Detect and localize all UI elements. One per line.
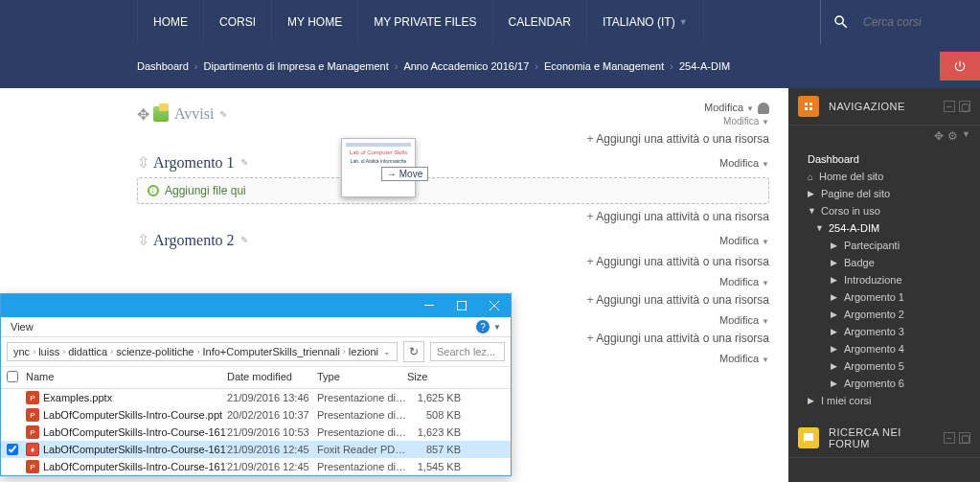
- block-collapse-icon[interactable]: −: [944, 432, 955, 444]
- path-seg[interactable]: luiss: [38, 346, 59, 357]
- col-name[interactable]: Name: [26, 371, 227, 384]
- nav-search[interactable]: [820, 0, 980, 44]
- col-type[interactable]: Type: [317, 371, 407, 384]
- chevron-down-icon: ▼: [679, 17, 688, 27]
- file-row[interactable]: PLabOfComputerSkills-Intro-Course-1617 -…: [1, 424, 511, 441]
- section-topic1: ⇳ Argomento 1 ✎ Modifica ▼ Aggiungi file…: [137, 153, 769, 223]
- tree-arg6-label: Argomento 6: [844, 378, 904, 389]
- modify-general[interactable]: Modifica ▼: [704, 102, 769, 114]
- help-icon[interactable]: ?: [476, 320, 490, 333]
- edit-icon[interactable]: ✎: [240, 235, 248, 245]
- add-activity-topic1[interactable]: Aggiungi una attività o una risorsa: [137, 210, 769, 223]
- tree-mycourses[interactable]: ▶I miei corsi: [788, 392, 980, 409]
- tree-home[interactable]: ⌂Home del sito: [788, 168, 980, 185]
- nav-myhome[interactable]: MY HOME: [272, 0, 358, 44]
- edit-icon[interactable]: ✎: [219, 109, 227, 120]
- refresh-button[interactable]: ↻: [403, 341, 424, 362]
- select-all-checkbox[interactable]: [7, 371, 18, 382]
- file-checkbox[interactable]: [7, 444, 18, 455]
- chevron-right-icon: ▶: [808, 189, 815, 198]
- tree-course-code[interactable]: ▼254-A-DIM: [788, 219, 980, 237]
- search-input[interactable]: [863, 15, 969, 29]
- modify-topic3[interactable]: Modifica ▼: [719, 276, 769, 287]
- file-row[interactable]: PLabOfComputerSkills-Intro-Course.ppt20/…: [1, 406, 511, 424]
- tree-arg1[interactable]: ▶Argomento 1: [788, 288, 980, 306]
- tree-sitepages[interactable]: ▶Pagine del sito: [788, 185, 980, 202]
- add-activity-general[interactable]: Aggiungi una attività o una risorsa: [137, 132, 769, 146]
- move-handle-icon[interactable]: ✥: [137, 105, 149, 124]
- explorer-menubar: View ? ▼: [1, 317, 511, 337]
- topic2-title[interactable]: Argomento 2: [153, 232, 235, 249]
- crumb-year[interactable]: Anno Accademico 2016/17: [403, 60, 529, 72]
- nav-items: HOME CORSI MY HOME MY PRIVATE FILES CALE…: [0, 0, 704, 44]
- nav-corsi[interactable]: CORSI: [204, 0, 272, 44]
- maximize-button[interactable]: [445, 294, 478, 317]
- chevron-down-icon: ▼: [762, 238, 769, 246]
- col-size[interactable]: Size: [407, 371, 465, 384]
- modify-topic5[interactable]: Modifica ▼: [719, 353, 769, 364]
- modify-topic4[interactable]: Modifica ▼: [719, 314, 769, 326]
- file-row[interactable]: PLabOfComputerSkills-Intro-Course-1617.p…: [1, 458, 511, 475]
- explorer-path[interactable]: ync› luiss› didattica› scienze-politiche…: [7, 342, 398, 361]
- path-seg[interactable]: lezioni: [349, 346, 378, 357]
- tree-arg2[interactable]: ▶Argomento 2: [788, 306, 980, 323]
- chevron-down-icon[interactable]: ▼: [493, 323, 501, 332]
- tree-current-course[interactable]: ▼Corso in uso: [788, 202, 980, 219]
- add-activity-topic2[interactable]: Aggiungi una attività o una risorsa: [137, 255, 769, 268]
- nav-myfiles[interactable]: MY PRIVATE FILES: [358, 0, 492, 44]
- crumb-dept[interactable]: Dipartimento di Impresa e Management: [204, 60, 389, 72]
- chevron-down-icon[interactable]: ⌄: [383, 347, 391, 356]
- path-seg[interactable]: Info+ComputerSkills_triennali: [202, 346, 339, 357]
- tree-badge-label: Badge: [844, 257, 875, 268]
- crumb-dashboard[interactable]: Dashboard: [137, 60, 189, 72]
- crumb-course[interactable]: 254-A-DIM: [679, 60, 730, 72]
- tree-dashboard[interactable]: Dashboard: [788, 150, 980, 168]
- tree-arg1-label: Argomento 1: [844, 291, 904, 303]
- tree-arg3[interactable]: ▶Argomento 3: [788, 323, 980, 340]
- tree-arg5[interactable]: ▶Argomento 5: [788, 357, 980, 375]
- modify-topic1[interactable]: Modifica ▼: [719, 157, 769, 169]
- nav-home[interactable]: HOME: [137, 0, 204, 44]
- file-dropzone[interactable]: Aggiungi file qui: [137, 177, 769, 204]
- crumb-cat[interactable]: Economia e Management: [544, 60, 664, 72]
- file-row[interactable]: PExamples.pptx21/09/2016 13:46Presentazi…: [1, 389, 511, 406]
- block-dock-icon[interactable]: ▢: [959, 101, 970, 112]
- chevron-down-icon: ▼: [762, 160, 769, 169]
- move-handle-icon[interactable]: ⇳: [137, 153, 149, 172]
- minimize-button[interactable]: [413, 294, 445, 317]
- move-handle-icon[interactable]: ⇳: [137, 231, 149, 249]
- tree-badge[interactable]: ▶Badge: [788, 254, 980, 271]
- block-collapse-icon[interactable]: −: [944, 101, 955, 112]
- nav-calendar[interactable]: CALENDAR: [493, 0, 587, 44]
- chevron-down-icon: ▼: [815, 223, 823, 233]
- menu-view[interactable]: View: [11, 321, 34, 333]
- tree-intro[interactable]: ▶Introduzione: [788, 271, 980, 288]
- block-move-icon[interactable]: ✥: [934, 129, 944, 143]
- chevron-right-icon: ▶: [831, 361, 838, 371]
- avvisi-title[interactable]: Avvisi: [174, 105, 214, 123]
- modify-topic2[interactable]: Modifica ▼: [719, 235, 769, 246]
- close-button[interactable]: [478, 294, 511, 317]
- explorer-titlebar[interactable]: [1, 294, 511, 317]
- tree-arg4-label: Argomento 4: [844, 343, 904, 355]
- file-row[interactable]: ♦LabOfComputerSkills-Intro-Course-1617.p…: [1, 441, 511, 458]
- path-seg[interactable]: ync: [13, 346, 30, 357]
- explorer-search[interactable]: Search lez...: [430, 342, 505, 361]
- tree-arg6[interactable]: ▶Argomento 6: [788, 375, 980, 392]
- nav-language[interactable]: ITALIANO (IT)▼: [587, 0, 704, 44]
- modify-label: Modifica: [719, 157, 759, 169]
- tree-arg4[interactable]: ▶Argomento 4: [788, 340, 980, 357]
- crumb-separator: ›: [395, 60, 399, 72]
- edit-icon[interactable]: ✎: [240, 157, 248, 168]
- block-dock-icon[interactable]: ▢: [959, 432, 970, 444]
- modify-sub[interactable]: Modifica ▼: [723, 116, 769, 126]
- gear-icon[interactable]: ⚙: [947, 129, 958, 143]
- chevron-right-icon: ›: [62, 347, 65, 356]
- topic1-title[interactable]: Argomento 1: [153, 154, 235, 172]
- path-seg[interactable]: didattica: [68, 346, 107, 357]
- path-seg[interactable]: scienze-politiche: [116, 346, 194, 357]
- logout-button[interactable]: [940, 52, 980, 80]
- dropzone-label: Aggiungi file qui: [165, 184, 246, 197]
- col-date[interactable]: Date modified: [227, 371, 317, 384]
- tree-participants[interactable]: ▶Partecipanti: [788, 237, 980, 254]
